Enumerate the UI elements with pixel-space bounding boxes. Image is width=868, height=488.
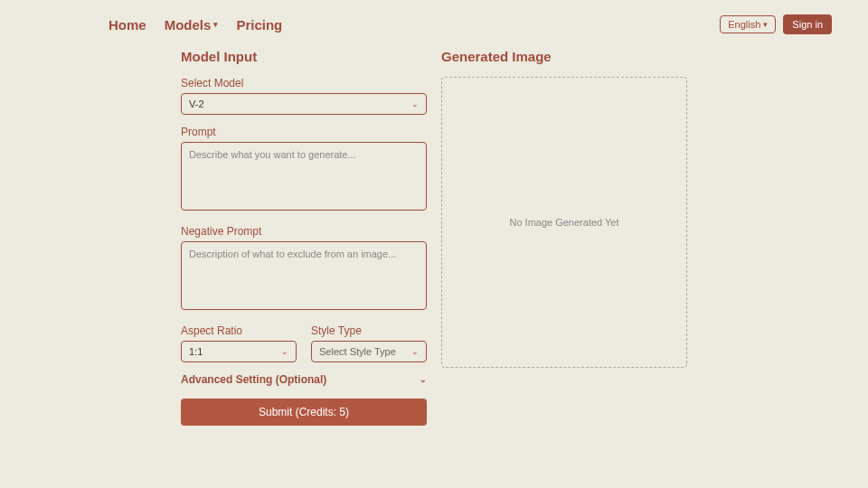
style-label: Style Type — [311, 324, 427, 337]
aspect-select[interactable]: 1:1 ⌄ — [181, 341, 297, 362]
nav-models[interactable]: Models ▾ — [165, 17, 219, 33]
chevron-down-icon: ⌄ — [411, 99, 419, 108]
model-select-value: V-2 — [189, 99, 204, 109]
model-label: Select Model — [181, 77, 427, 89]
language-selector[interactable]: English ▾ — [720, 15, 776, 33]
chevron-down-icon: ▾ — [213, 20, 218, 29]
chevron-down-icon: ▾ — [763, 20, 768, 29]
prompt-label: Prompt — [181, 126, 427, 138]
generated-image-panel: Generated Image No Image Generated Yet — [441, 49, 687, 426]
model-input-title: Model Input — [181, 49, 427, 64]
generated-image-title: Generated Image — [441, 49, 687, 64]
signin-button[interactable]: Sign in — [783, 14, 832, 34]
aspect-select-value: 1:1 — [189, 346, 203, 357]
options-row: Aspect Ratio 1:1 ⌄ Style Type Select Sty… — [181, 324, 427, 373]
style-select[interactable]: Select Style Type ⌄ — [311, 341, 427, 362]
nav-home[interactable]: Home — [108, 17, 146, 33]
main-content: Model Input Select Model V-2 ⌄ Prompt Ne… — [0, 49, 868, 426]
model-select[interactable]: V-2 ⌄ — [181, 93, 427, 115]
style-select-placeholder: Select Style Type — [319, 346, 396, 357]
empty-state-text: No Image Generated Yet — [509, 217, 618, 228]
nav-models-label: Models — [165, 17, 212, 33]
negative-prompt-label: Negative Prompt — [181, 225, 427, 238]
model-input-panel: Model Input Select Model V-2 ⌄ Prompt Ne… — [181, 49, 427, 426]
image-placeholder: No Image Generated Yet — [441, 77, 687, 368]
nav-pricing[interactable]: Pricing — [236, 17, 282, 33]
chevron-down-icon: ⌄ — [411, 347, 419, 356]
advanced-label: Advanced Setting (Optional) — [181, 373, 326, 386]
nav: Home Models ▾ Pricing — [108, 17, 282, 33]
header: Home Models ▾ Pricing English ▾ Sign in — [0, 0, 868, 49]
advanced-settings-toggle[interactable]: Advanced Setting (Optional) ⌄ — [181, 373, 427, 386]
chevron-down-icon: ⌄ — [281, 347, 288, 356]
hero-title: Ideogram 2.0 AI Image Generator — [0, 426, 633, 488]
negative-prompt-input[interactable] — [181, 241, 427, 310]
submit-button[interactable]: Submit (Credits: 5) — [181, 399, 427, 426]
prompt-input[interactable] — [181, 142, 427, 211]
header-right: English ▾ Sign in — [720, 14, 832, 34]
aspect-label: Aspect Ratio — [181, 324, 297, 337]
language-label: English — [728, 19, 760, 30]
chevron-down-icon: ⌄ — [420, 375, 427, 384]
